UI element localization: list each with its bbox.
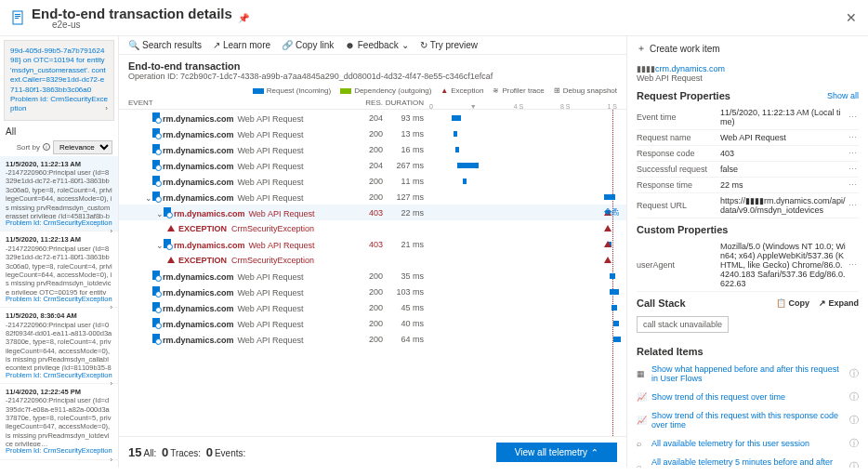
related-items-title: Related Items	[637, 346, 859, 357]
create-work-item-button[interactable]: ＋Create work item	[637, 42, 859, 55]
copy-link-button[interactable]: 🔗Copy link	[282, 40, 334, 50]
feedback-button[interactable]: ☻Feedback⌄	[345, 40, 408, 50]
request-row[interactable]: rm.dynamics.comWeb API Request20016 ms	[119, 141, 626, 157]
transaction-title: End-to-end transaction	[128, 60, 617, 72]
right-panel: ＋Create work item ▮▮▮▮crm.dynamics.com W…	[626, 36, 868, 468]
info-icon[interactable]: ⓘ	[849, 437, 859, 450]
highlight-box: 99d-405d-99b5-7a7b79162498} on OTC=10194…	[4, 40, 114, 121]
svg-rect-3	[15, 18, 19, 19]
request-row[interactable]: rm.dynamics.comWeb API Request204267 ms	[119, 157, 626, 173]
operation-id: Operation ID: 7c2b90c7-1dc7-4338-a99b-a7…	[128, 72, 617, 81]
try-preview-button[interactable]: ↻Try preview	[420, 40, 478, 50]
more-icon[interactable]: ⋯	[847, 201, 859, 210]
problem-id-link[interactable]: Problem Id: CrmSecurityException	[10, 95, 108, 112]
property-row: Event time11/5/2020, 11:22:13 AM (Local …	[637, 105, 859, 130]
info-icon[interactable]: ⓘ	[849, 390, 859, 403]
learn-more-button[interactable]: ↗Learn more	[213, 40, 270, 50]
request-row[interactable]: ⌄rm.dynamics.comWeb API Request40322 ms�…	[119, 205, 626, 220]
request-row[interactable]: rm.dynamics.comWeb API Request20011 ms	[119, 173, 626, 189]
more-icon[interactable]: ⋯	[847, 260, 859, 270]
info-icon[interactable]: ⓘ	[849, 367, 859, 380]
more-icon[interactable]: ⋯	[847, 149, 859, 158]
grid-header: EVENT RES. DURATION 0▼4 S8 S1 S	[119, 97, 626, 110]
breadcrumb: ▮▮▮▮crm.dynamics.com Web API Request	[637, 64, 859, 83]
svg-rect-1	[15, 14, 20, 15]
toolbar: 🔍Search results ↗Learn more 🔗Copy link ☻…	[119, 36, 626, 55]
request-row[interactable]: rm.dynamics.comWeb API Request20040 ms	[119, 315, 626, 331]
page-header: End-to-end transaction details e2e-us 📌 …	[0, 0, 868, 36]
property-row: Response time22 ms⋯	[637, 178, 859, 193]
more-icon[interactable]: ⋯	[847, 112, 859, 122]
expand-button[interactable]: ↗ Expand	[819, 298, 859, 308]
all-label: All	[0, 125, 118, 139]
log-item[interactable]: 11/5/2020, 8:36:04 AM-2147220960:Princip…	[0, 308, 118, 384]
property-row: Request nameWeb API Request⋯	[637, 130, 859, 146]
property-row: Response code403⋯	[637, 146, 859, 162]
sort-select[interactable]: Relevance	[53, 140, 112, 154]
property-row: Successful requestfalse⋯	[637, 162, 859, 178]
copy-button[interactable]: 📋 Copy	[776, 298, 809, 308]
related-item[interactable]: 📈Show trend of this request with this re…	[637, 407, 859, 433]
document-icon	[11, 10, 26, 25]
related-item[interactable]: ▦Show what happened before and after thi…	[637, 361, 859, 387]
info-icon[interactable]: i	[43, 143, 50, 151]
call-stack-title: Call Stack 📋 Copy ↗ Expand	[637, 298, 859, 309]
request-row[interactable]: rm.dynamics.comWeb API Request20045 ms	[119, 299, 626, 315]
more-icon[interactable]: ⋯	[847, 165, 859, 174]
center-panel: 🔍Search results ↗Learn more 🔗Copy link ☻…	[119, 36, 626, 468]
counts: 15All: 0Traces: 0Events:	[128, 445, 245, 459]
request-properties-title: Request Properties Show all	[637, 90, 859, 101]
pin-icon[interactable]: 📌	[238, 13, 249, 23]
request-row[interactable]: rm.dynamics.comWeb API Request20064 ms	[119, 331, 626, 347]
related-item[interactable]: ⌕All available telemetry 5 minutes befor…	[637, 454, 859, 468]
request-row[interactable]: rm.dynamics.comWeb API Request20013 ms	[119, 126, 626, 141]
exception-row[interactable]: EXCEPTION CrmSecurityException	[119, 252, 626, 268]
legend: Request (incoming) Dependency (outgoing)…	[119, 85, 626, 97]
svg-rect-2	[15, 16, 20, 17]
view-all-telemetry-button[interactable]: View all telemetry⌄	[496, 443, 617, 462]
property-row: userAgentMozilla/5.0 (Windows NT 10.0; W…	[637, 239, 859, 292]
log-item[interactable]: 11/5/2020, 11:22:13 AM-2147220960:Princi…	[0, 156, 118, 232]
close-icon[interactable]: ✕	[846, 10, 857, 25]
request-row[interactable]: rm.dynamics.comWeb API Request20493 ms	[119, 110, 626, 126]
related-item[interactable]: 📈Show trend of this request over timeⓘ	[637, 387, 859, 407]
log-item[interactable]: 11/5/2020, 11:22:13 AM-2147220960:Princi…	[0, 231, 118, 308]
property-row: Request URLhttps://▮▮▮▮rm.dynamics.com/a…	[637, 193, 859, 218]
request-row[interactable]: ⌄rm.dynamics.comWeb API Request200127 ms	[119, 189, 626, 205]
transaction-rows: rm.dynamics.comWeb API Request20493 msrm…	[119, 110, 626, 436]
request-row[interactable]: ⌄rm.dynamics.comWeb API Request40321 ms	[119, 236, 626, 252]
search-results-button[interactable]: 🔍Search results	[128, 40, 202, 50]
request-row[interactable]: rm.dynamics.comWeb API Request20035 ms	[119, 268, 626, 284]
more-icon[interactable]: ⋯	[847, 180, 859, 190]
related-item[interactable]: ⌕All available telemetry for this user s…	[637, 433, 859, 454]
show-all-link[interactable]: Show all	[827, 91, 859, 100]
custom-properties-title: Custom Properties	[637, 224, 859, 235]
more-icon[interactable]: ⋯	[847, 133, 859, 142]
sort-by-label: Sort by	[17, 143, 40, 152]
exception-row[interactable]: EXCEPTION CrmSecurityException	[119, 220, 626, 236]
call-stack-unavailable: call stack unavailable	[637, 316, 729, 333]
left-panel: 99d-405d-99b5-7a7b79162498} on OTC=10194…	[0, 36, 119, 468]
log-list: 11/5/2020, 11:22:13 AM-2147220960:Princi…	[0, 156, 118, 468]
request-row[interactable]: rm.dynamics.comWeb API Request200103 ms	[119, 284, 626, 299]
bottom-bar: 15All: 0Traces: 0Events: View all teleme…	[119, 436, 626, 468]
log-item[interactable]: 11/4/2020, 12:22:45 PM-2147220960:Princi…	[0, 384, 118, 460]
info-icon[interactable]: ⓘ	[849, 414, 859, 427]
info-icon[interactable]: ⓘ	[849, 460, 859, 468]
